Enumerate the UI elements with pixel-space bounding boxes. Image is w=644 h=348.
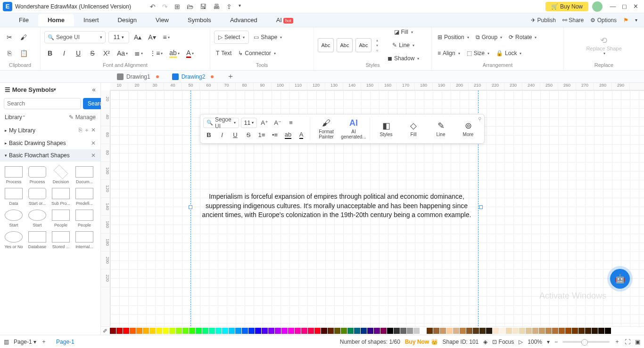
color-swatch[interactable]	[334, 328, 340, 334]
rotate-button[interactable]: ⟳ Rotate▾	[507, 31, 538, 43]
color-swatch[interactable]	[400, 328, 406, 334]
bullets-icon[interactable]: ⋮≡▾	[148, 47, 165, 59]
doc-tab-2[interactable]: Drawing2	[165, 71, 221, 83]
color-swatch[interactable]	[486, 328, 492, 334]
float-italic-icon[interactable]: I	[216, 130, 228, 140]
close-icon[interactable]: ✕	[91, 127, 96, 133]
minimize-button[interactable]: —	[607, 3, 619, 10]
color-swatch[interactable]	[407, 328, 413, 334]
color-swatch[interactable]	[446, 328, 453, 334]
selection-handle[interactable]	[189, 205, 192, 209]
color-swatch[interactable]	[394, 328, 400, 334]
color-swatch[interactable]	[539, 328, 545, 334]
line-button[interactable]: ✎ Line▾	[386, 39, 421, 51]
basic-drawing-section[interactable]: ▸Basic Drawing Shapes✕	[0, 137, 100, 149]
font-color-icon[interactable]: A▾	[184, 47, 196, 59]
font-size-selector[interactable]: 11▾	[108, 31, 129, 43]
close-button[interactable]: ✕	[630, 3, 641, 10]
color-swatch[interactable]	[130, 328, 136, 334]
color-swatch[interactable]	[169, 328, 175, 334]
menu-symbols[interactable]: Symbols	[178, 14, 221, 26]
style-preset-1[interactable]: Abc	[318, 38, 334, 52]
float-align-icon[interactable]: ≡	[285, 118, 297, 128]
menu-advanced[interactable]: Advanced	[221, 14, 267, 26]
undo-icon[interactable]: ↶	[150, 3, 156, 10]
chat-assistant-button[interactable]: 🤖	[610, 269, 630, 289]
decrease-font-icon[interactable]: A▾	[146, 31, 157, 43]
color-swatch[interactable]	[440, 328, 446, 334]
color-swatch[interactable]	[341, 328, 347, 334]
color-swatch[interactable]	[255, 328, 261, 334]
color-swatch[interactable]	[354, 328, 360, 334]
publish-button[interactable]: ✈ Publish	[531, 17, 556, 24]
cut-icon[interactable]: ✂	[4, 31, 15, 43]
color-swatch[interactable]	[321, 328, 327, 334]
color-swatch[interactable]	[176, 328, 182, 334]
color-swatch[interactable]	[532, 328, 538, 334]
menu-insert[interactable]: Insert	[74, 14, 108, 26]
float-styles-button[interactable]: ◧Styles	[373, 120, 399, 138]
shape-item[interactable]: Start or...	[25, 186, 49, 208]
float-fontcolor-icon[interactable]: A	[296, 130, 307, 140]
menu-design[interactable]: Design	[108, 14, 146, 26]
selection-handle[interactable]	[479, 205, 483, 209]
zoom-in-button[interactable]: ＋	[614, 338, 620, 346]
float-format-painter[interactable]: 🖌Format Painter	[313, 117, 339, 140]
collapse-ribbon-icon[interactable]: ▾	[635, 17, 637, 23]
float-size-selector[interactable]: 11▾	[241, 118, 257, 128]
user-avatar[interactable]	[592, 1, 603, 12]
add-page-button[interactable]: ＋	[41, 338, 47, 346]
color-swatch[interactable]	[295, 328, 301, 334]
float-strike-icon[interactable]: S	[243, 130, 254, 140]
color-swatch[interactable]	[136, 328, 142, 334]
color-swatch[interactable]	[281, 328, 288, 334]
notification-icon[interactable]: ⚑	[623, 17, 628, 24]
superscript-icon[interactable]: X²	[101, 47, 112, 59]
color-swatch[interactable]	[559, 328, 565, 334]
color-swatch[interactable]	[466, 328, 472, 334]
font-selector[interactable]: 🔍Segoe UI▾	[44, 31, 106, 43]
style-preset-2[interactable]: Abc	[337, 38, 353, 52]
close-icon[interactable]: ✕	[91, 140, 96, 146]
color-swatch[interactable]	[433, 328, 439, 334]
qat-more-icon[interactable]: ▾	[239, 3, 241, 10]
focus-button[interactable]: ⊡ Focus	[492, 339, 514, 345]
pin-icon[interactable]: ⚲	[478, 116, 481, 121]
color-swatch[interactable]	[215, 328, 222, 334]
color-swatch[interactable]	[545, 328, 552, 334]
menu-file[interactable]: File	[9, 14, 38, 26]
color-swatch[interactable]	[512, 328, 519, 334]
shape-item[interactable]: Yes or No	[2, 229, 25, 251]
float-underline-icon[interactable]: U	[230, 130, 241, 140]
add-icon[interactable]: ＋	[84, 127, 90, 133]
print-icon[interactable]: 🖶	[213, 3, 220, 10]
share-button[interactable]: ⚯ Share	[562, 17, 584, 24]
shape-tool[interactable]: ▭ Shape▾	[252, 31, 284, 43]
page-layout-icon[interactable]: ▥	[4, 339, 9, 345]
color-swatch[interactable]	[380, 328, 387, 334]
shape-item[interactable]: People	[49, 208, 73, 229]
color-swatch[interactable]	[156, 328, 162, 334]
line-spacing-icon[interactable]: ≣▾	[132, 47, 145, 59]
color-swatch[interactable]	[222, 328, 228, 334]
lock-button[interactable]: 🔒 Lock▾	[494, 47, 523, 59]
color-swatch[interactable]	[308, 328, 314, 334]
color-swatch[interactable]	[235, 328, 241, 334]
color-swatch[interactable]	[499, 328, 505, 334]
float-line-button[interactable]: ✎Line	[428, 120, 454, 138]
highlight-icon[interactable]: ab▾	[167, 47, 182, 59]
color-swatch[interactable]	[552, 328, 558, 334]
paste-icon[interactable]: 📋	[18, 47, 30, 59]
color-swatch[interactable]	[182, 328, 189, 334]
shape-item[interactable]: Docum...	[73, 164, 96, 186]
presentation-icon[interactable]: ▷	[519, 339, 523, 345]
position-button[interactable]: ⊞ Position▾	[436, 31, 471, 43]
color-swatch[interactable]	[572, 328, 578, 334]
increase-font-icon[interactable]: A▴	[132, 31, 143, 43]
float-bold-icon[interactable]: B	[203, 130, 215, 140]
group-button[interactable]: ⧉ Group▾	[474, 31, 504, 43]
float-font-selector[interactable]: 🔍Segoe UI▾	[203, 118, 239, 128]
pin-icon[interactable]: ⎘	[79, 127, 82, 133]
my-library-section[interactable]: ▸My Library⎘ ＋ ✕	[0, 123, 100, 137]
new-tab-button[interactable]: ＋	[220, 71, 241, 83]
